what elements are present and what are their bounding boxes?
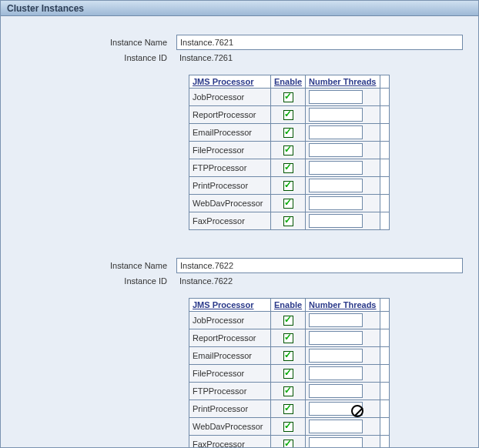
threads-input[interactable]	[309, 313, 363, 327]
instance-name-input[interactable]	[176, 35, 463, 50]
processor-name-cell: FTPProcessor	[189, 383, 271, 400]
row-pad	[380, 347, 389, 365]
row-pad	[380, 159, 389, 177]
instance-name-input[interactable]	[176, 258, 463, 273]
processor-table: JMS ProcessorEnableNumber ThreadsJobProc…	[189, 75, 390, 230]
threads-input[interactable]	[309, 437, 363, 448]
threads-input[interactable]	[309, 143, 363, 157]
row-pad	[380, 212, 389, 230]
threads-input[interactable]	[309, 366, 363, 380]
enable-checkbox[interactable]	[283, 216, 293, 226]
table-row: WebDavProcessor	[189, 195, 390, 212]
panel-body: Instance NameInstance IDInstance.7261JMS…	[1, 16, 478, 448]
enable-checkbox[interactable]	[283, 316, 293, 326]
enable-checkbox[interactable]	[283, 92, 293, 102]
row-pad	[380, 124, 389, 142]
panel-title: Cluster Instances	[1, 1, 478, 16]
instance-id-label: Instance ID	[7, 53, 176, 62]
enable-checkbox[interactable]	[283, 404, 293, 414]
enable-checkbox[interactable]	[283, 422, 293, 432]
threads-input[interactable]	[309, 125, 363, 139]
threads-input[interactable]	[309, 214, 363, 228]
table-row: PrintProcessor	[189, 400, 390, 418]
enable-checkbox[interactable]	[283, 386, 293, 396]
row-pad	[380, 142, 389, 159]
processor-name-cell: WebDavProcessor	[189, 195, 271, 212]
enable-checkbox[interactable]	[283, 199, 293, 209]
processor-name-cell: FileProcessor	[189, 142, 271, 159]
threads-input[interactable]	[309, 384, 363, 398]
enable-checkbox[interactable]	[283, 110, 293, 120]
threads-input[interactable]	[309, 349, 363, 363]
row-pad	[380, 195, 389, 212]
table-row: EmailProcessor	[189, 124, 390, 142]
instance-name-label: Instance Name	[7, 261, 176, 270]
row-pad	[380, 106, 389, 124]
row-pad	[380, 436, 389, 449]
processor-name-cell: FileProcessor	[189, 365, 271, 383]
processor-name-cell: FaxProcessor	[189, 436, 271, 449]
table-row: JobProcessor	[189, 89, 390, 106]
table-row: FTPProcessor	[189, 383, 390, 400]
col-header-enable[interactable]: Enable	[271, 299, 306, 312]
col-header-pad	[380, 299, 389, 312]
enable-checkbox[interactable]	[283, 333, 293, 343]
row-pad	[380, 177, 389, 195]
processor-name-cell: ReportProcessor	[189, 106, 271, 124]
enable-checkbox[interactable]	[283, 369, 293, 379]
table-row: ReportProcessor	[189, 329, 390, 347]
col-header-threads[interactable]: Number Threads	[306, 75, 380, 89]
processor-name-cell: FTPProcessor	[189, 159, 271, 177]
row-pad	[380, 329, 389, 347]
instance-id-value: Instance.7261	[176, 52, 236, 64]
processor-name-cell: WebDavProcessor	[189, 418, 271, 436]
instance-block: Instance NameInstance IDInstance.7622JMS…	[7, 258, 472, 448]
threads-input[interactable]	[309, 331, 363, 345]
threads-input[interactable]	[309, 420, 363, 433]
row-pad	[380, 383, 389, 400]
table-row: FTPProcessor	[189, 159, 390, 177]
processor-name-cell: EmailProcessor	[189, 124, 271, 142]
processor-name-cell: PrintProcessor	[189, 400, 271, 418]
row-pad	[380, 89, 389, 106]
cluster-instances-panel: Cluster Instances Instance NameInstance …	[0, 0, 479, 448]
instance-block: Instance NameInstance IDInstance.7261JMS…	[7, 35, 472, 230]
table-row: JobProcessor	[189, 312, 390, 329]
table-row: PrintProcessor	[189, 177, 390, 195]
row-pad	[380, 365, 389, 383]
table-row: WebDavProcessor	[189, 418, 390, 436]
instance-id-label: Instance ID	[7, 276, 176, 286]
row-pad	[380, 400, 389, 418]
threads-input[interactable]	[309, 402, 363, 416]
table-row: FileProcessor	[189, 142, 390, 159]
processor-name-cell: JobProcessor	[189, 312, 271, 329]
instance-name-label: Instance Name	[7, 38, 176, 47]
table-row: EmailProcessor	[189, 347, 390, 365]
processor-name-cell: ReportProcessor	[189, 329, 271, 347]
enable-checkbox[interactable]	[283, 351, 293, 361]
table-row: ReportProcessor	[189, 106, 390, 124]
enable-checkbox[interactable]	[283, 440, 293, 448]
threads-input[interactable]	[309, 161, 363, 175]
table-row: FaxProcessor	[189, 212, 390, 230]
threads-input[interactable]	[309, 179, 363, 192]
row-pad	[380, 418, 389, 436]
instance-id-value: Instance.7622	[176, 275, 236, 287]
col-header-processor[interactable]: JMS Processor	[189, 299, 271, 312]
enable-checkbox[interactable]	[283, 181, 293, 191]
enable-checkbox[interactable]	[283, 128, 293, 138]
processor-name-cell: FaxProcessor	[189, 212, 271, 230]
threads-input[interactable]	[309, 90, 363, 104]
row-pad	[380, 312, 389, 329]
threads-input[interactable]	[309, 196, 363, 210]
processor-table: JMS ProcessorEnableNumber ThreadsJobProc…	[189, 298, 390, 448]
enable-checkbox[interactable]	[283, 145, 293, 155]
processor-name-cell: JobProcessor	[189, 89, 271, 106]
enable-checkbox[interactable]	[283, 163, 293, 173]
col-header-processor[interactable]: JMS Processor	[189, 75, 271, 89]
processor-name-cell: EmailProcessor	[189, 347, 271, 365]
table-row: FaxProcessor	[189, 436, 390, 449]
col-header-threads[interactable]: Number Threads	[306, 299, 380, 312]
col-header-enable[interactable]: Enable	[271, 75, 306, 89]
threads-input[interactable]	[309, 108, 363, 122]
